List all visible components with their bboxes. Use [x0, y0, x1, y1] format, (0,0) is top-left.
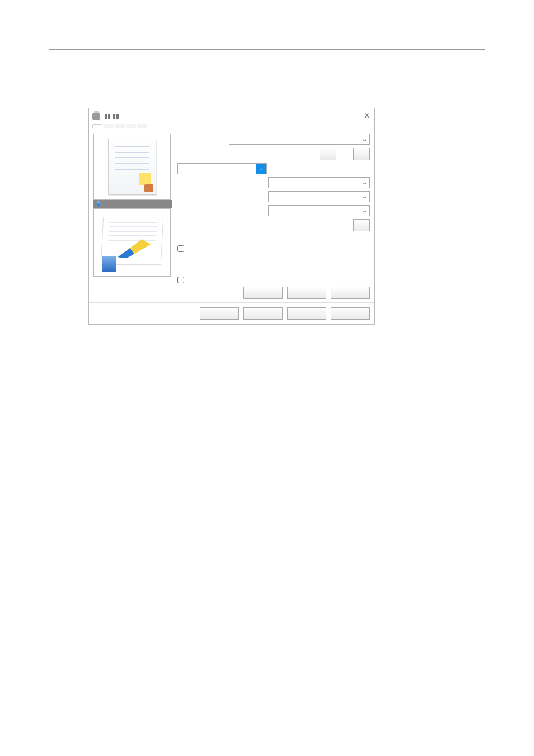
tab-page-setup[interactable] [104, 124, 114, 128]
section-paragraph-2 [57, 66, 485, 91]
dialog-title-model: ▮▮ ▮▮ [104, 113, 119, 119]
color-mode-combo[interactable]: ⌄ [268, 205, 370, 216]
preview-before-printing-checkbox[interactable] [177, 277, 370, 283]
close-button[interactable]: ✕ [364, 110, 370, 122]
media-type-combo[interactable]: ⌄ [229, 134, 370, 145]
chevron-down-icon: ⌄ [256, 164, 266, 174]
dialog-titlebar: ▮▮ ▮▮ ✕ [89, 108, 374, 123]
chevron-down-icon: ⌄ [360, 192, 368, 201]
tab-layout[interactable] [115, 124, 125, 128]
preview-badge-icon [102, 256, 116, 272]
roll-preview [93, 208, 171, 277]
actual-size-bar[interactable] [93, 200, 172, 208]
tab-favorites[interactable] [126, 124, 136, 128]
print-quality-combo[interactable]: ⌄ [268, 191, 370, 202]
defaults-button[interactable] [331, 287, 370, 299]
help-button[interactable] [331, 307, 370, 320]
page-thumbnail [93, 134, 171, 200]
dialog-tabs [89, 123, 374, 128]
specify-button[interactable] [353, 148, 370, 160]
chevron-down-icon: ⌄ [360, 135, 368, 144]
cancel-button[interactable] [243, 307, 283, 320]
down-arrow-icon [96, 201, 101, 207]
step-2: ▮▮ ▮▮ ✕ [78, 108, 485, 325]
page-title-wrap [49, 45, 485, 50]
color-settings-button[interactable] [353, 219, 370, 231]
printing-preferences-dialog: ▮▮ ▮▮ ✕ [88, 108, 375, 325]
get-information-button[interactable] [320, 148, 336, 160]
status-monitor-button[interactable] [243, 287, 283, 299]
advanced-settings-combo[interactable]: ⌄ [177, 163, 267, 174]
chevron-down-icon: ⌄ [360, 206, 368, 215]
thicken-fine-lines-checkbox[interactable] [177, 245, 370, 252]
print-priority-combo[interactable]: ⌄ [268, 177, 370, 188]
tab-utility[interactable] [137, 124, 147, 128]
chevron-down-icon: ⌄ [360, 178, 368, 187]
tab-main[interactable] [92, 124, 102, 128]
about-button[interactable] [287, 287, 326, 299]
printer-icon [92, 113, 100, 120]
apply-button[interactable] [287, 307, 326, 320]
ok-button[interactable] [200, 307, 239, 320]
